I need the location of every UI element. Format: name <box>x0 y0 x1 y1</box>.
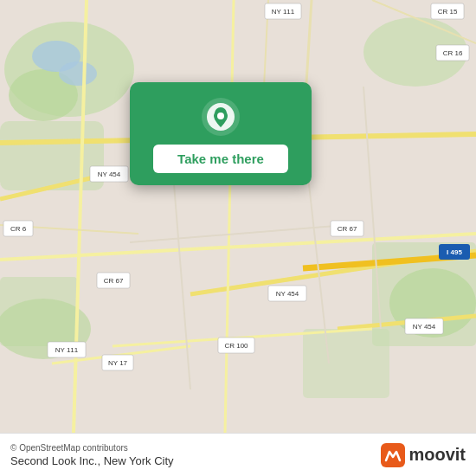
location-popup: Take me there <box>130 82 312 185</box>
svg-text:CR 6: CR 6 <box>10 225 27 233</box>
svg-text:I 495: I 495 <box>447 248 462 256</box>
svg-text:CR 100: CR 100 <box>224 342 248 350</box>
svg-text:CR 16: CR 16 <box>443 49 463 57</box>
svg-text:NY 111: NY 111 <box>272 8 295 16</box>
moovit-logo: moovit <box>381 443 466 467</box>
moovit-text: moovit <box>408 445 466 465</box>
bottom-bar: © OpenStreetMap contributors Second Look… <box>0 433 476 476</box>
svg-point-61 <box>217 113 224 119</box>
svg-point-11 <box>59 61 97 86</box>
map-container: NY 111 CR 15 CR 16 NY 347 NY 454 CR 6 CR… <box>0 0 476 433</box>
svg-text:CR 67: CR 67 <box>104 277 124 285</box>
map-attribution: © OpenStreetMap contributors <box>10 443 174 453</box>
svg-rect-9 <box>303 329 389 398</box>
svg-text:NY 454: NY 454 <box>413 323 436 331</box>
take-me-there-button[interactable]: Take me there <box>153 145 288 173</box>
svg-text:NY 111: NY 111 <box>55 346 79 354</box>
svg-text:NY 454: NY 454 <box>276 290 299 298</box>
svg-text:CR 15: CR 15 <box>438 8 458 16</box>
svg-text:NY 17: NY 17 <box>108 359 128 367</box>
map-background: NY 111 CR 15 CR 16 NY 347 NY 454 CR 6 CR… <box>0 0 476 433</box>
svg-text:CR 67: CR 67 <box>338 225 357 233</box>
moovit-brand-icon <box>381 443 405 467</box>
location-info: Second Look Inc., New York City <box>10 454 174 467</box>
svg-text:NY 454: NY 454 <box>98 170 121 178</box>
location-pin-icon <box>202 98 240 136</box>
